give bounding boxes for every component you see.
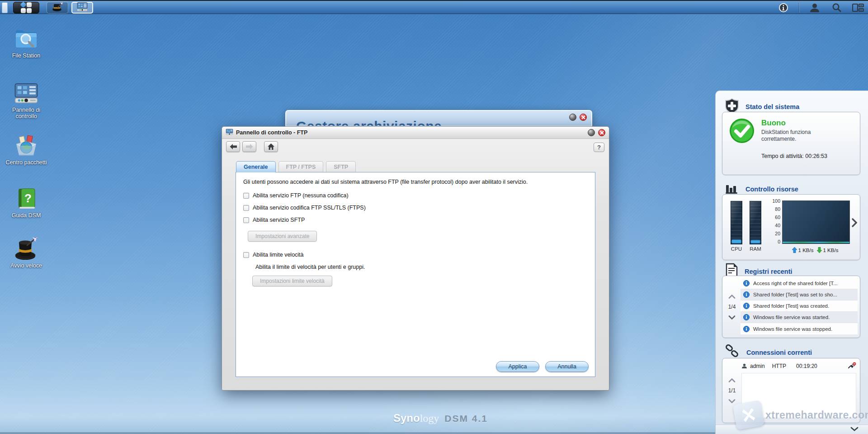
uptime-label: Tempo di attività: 00:26:53 xyxy=(761,153,855,159)
upload-speed: 1 KB/s xyxy=(798,248,814,253)
file-station-icon xyxy=(5,27,48,51)
log-row[interactable]: Windows file service was stopped. xyxy=(741,323,858,334)
checkbox-row-ftp: Abilita servizio FTP (nessuna codifica) xyxy=(243,192,588,199)
control-panel-icon xyxy=(76,2,88,14)
close-icon[interactable] xyxy=(580,114,587,121)
desktop-icon-quick-start[interactable]: Avvio veloce xyxy=(5,237,48,269)
window-toolbar xyxy=(222,139,609,152)
user-icon[interactable] xyxy=(808,2,821,13)
quick-start-icon xyxy=(52,2,63,14)
info-icon[interactable] xyxy=(777,2,790,13)
checkbox-label: Abilita servizio codifica FTP SSL/TLS (F… xyxy=(253,205,366,211)
home-button[interactable] xyxy=(264,141,278,152)
network-chart-axis: 10080 6040 200 xyxy=(766,198,780,244)
storage-manager-window[interactable]: Gestore archiviazione xyxy=(285,110,592,127)
connection-time: 00:19:20 xyxy=(796,363,817,369)
minimize-button[interactable] xyxy=(588,129,595,136)
enable-speed-limit-checkbox[interactable] xyxy=(243,252,249,258)
log-row[interactable]: Access right of the shared folder [T... xyxy=(741,278,858,289)
checkbox-row-ftps: Abilita servizio codifica FTP SSL/TLS (F… xyxy=(243,205,588,211)
desktop-icon-control-panel[interactable]: Pannello di controllo xyxy=(5,81,48,119)
cancel-button[interactable]: Annulla xyxy=(545,361,589,372)
desktop-icon-file-station[interactable]: File Station xyxy=(5,27,48,59)
logo-dsm-version: DSM 4.1 xyxy=(444,413,488,424)
main-menu-icon xyxy=(21,2,32,13)
enable-ftps-checkbox[interactable] xyxy=(243,205,249,211)
network-chart xyxy=(782,200,850,244)
control-panel-desktop-icon xyxy=(5,81,48,105)
enable-sftp-checkbox[interactable] xyxy=(243,217,249,223)
ftp-settings-panel: Gli utenti possono accedere ai dati sul … xyxy=(236,172,595,377)
forward-arrow-icon xyxy=(246,144,253,149)
watermark: xtremehardware.com xyxy=(735,402,868,428)
widget-title: Stato del sistema xyxy=(745,103,799,110)
storage-manager-title: Gestore archiviazione xyxy=(296,119,442,127)
window-titlebar[interactable]: Pannello di controllo - FTP xyxy=(222,127,609,139)
log-row[interactable]: Shared folder [Test] was set to sho... xyxy=(741,289,858,300)
log-text: Shared folder [Test] was created. xyxy=(753,303,829,309)
log-info-icon xyxy=(743,291,750,298)
desktop-icon-label: Avvio veloce xyxy=(5,262,48,269)
log-info-icon xyxy=(743,326,750,332)
show-desktop-button[interactable] xyxy=(2,2,8,13)
log-row[interactable]: Windows file service was started. xyxy=(741,312,858,323)
widget-title: Connessioni correnti xyxy=(746,349,812,356)
resource-monitor-box[interactable]: CPU RAM 10080 6040 200 1 KB/s 1 KB/s xyxy=(722,194,860,260)
connection-protocol: HTTP xyxy=(772,363,786,369)
log-list: Access right of the shared folder [T... … xyxy=(741,278,858,334)
window-title: Pannello di controllo - FTP xyxy=(236,129,307,136)
back-arrow-icon xyxy=(230,144,237,149)
tab-sftp[interactable]: SFTP xyxy=(326,161,356,172)
forward-button[interactable] xyxy=(242,141,256,152)
search-icon[interactable] xyxy=(830,2,843,13)
taskbar-app-control-panel[interactable] xyxy=(71,2,93,14)
minimize-button[interactable] xyxy=(569,114,576,121)
ftp-description: Gli utenti possono accedere ai dati sul … xyxy=(243,179,588,185)
page-up-icon[interactable] xyxy=(728,376,736,384)
connection-user-icon xyxy=(741,363,747,369)
desktop-icon-dsm-help[interactable]: ? Guida DSM xyxy=(5,187,48,219)
pilot-view-icon[interactable] xyxy=(852,2,864,13)
download-speed: 1 KB/s xyxy=(823,248,839,253)
quick-start-desktop-icon xyxy=(5,237,48,261)
cpu-gauge xyxy=(731,201,742,244)
enable-ftp-checkbox[interactable] xyxy=(243,193,249,199)
system-status-box: Buono DiskStation funziona correttamente… xyxy=(722,112,860,175)
taskbar-app-quick-start[interactable] xyxy=(47,2,68,14)
page-down-icon[interactable] xyxy=(728,313,736,321)
widget-panel: Stato del sistema Buono DiskStation funz… xyxy=(715,91,868,434)
log-text: Windows file service was started. xyxy=(753,315,830,320)
log-text: Windows file service was stopped. xyxy=(753,326,832,332)
taskbar-separator xyxy=(799,3,799,13)
disconnect-icon[interactable] xyxy=(848,362,856,370)
main-menu-button[interactable] xyxy=(13,2,39,14)
log-info-icon xyxy=(743,303,750,309)
help-button[interactable]: ? xyxy=(594,143,604,152)
checkbox-row-speed-limit: Abilita limite velocità xyxy=(243,252,588,258)
page-up-icon[interactable] xyxy=(728,292,736,300)
connection-user: admin xyxy=(750,363,765,369)
connection-row[interactable]: admin HTTP 00:19:20 xyxy=(741,362,856,370)
close-icon[interactable] xyxy=(598,129,605,136)
widget-title: Controllo risorse xyxy=(745,186,798,193)
checkbox-label: Abilita limite velocità xyxy=(253,252,304,258)
tab-ftp-ftps[interactable]: FTP / FTPS xyxy=(278,161,324,172)
desktop: File Station Pannello di controllo xyxy=(0,0,868,434)
cpu-label: CPU xyxy=(731,246,742,252)
control-panel-ftp-window: Pannello di controllo - FTP ? Generale F… xyxy=(222,126,609,391)
advanced-settings-button[interactable]: Impostazioni avanzate xyxy=(248,231,317,242)
tab-generale[interactable]: Generale xyxy=(236,161,276,172)
status-detail: DiskStation funziona correttamente. xyxy=(761,129,829,143)
apply-button[interactable]: Applica xyxy=(496,361,539,372)
back-button[interactable] xyxy=(226,141,240,152)
log-info-icon xyxy=(743,314,750,320)
desktop-icon-package-center[interactable]: Centro pacchetti xyxy=(5,134,48,166)
taskbar-right xyxy=(777,1,864,14)
speed-limit-settings-button[interactable]: Impostazioni limite velocità xyxy=(252,276,332,286)
watermark-x-logo xyxy=(733,400,765,430)
ram-label: RAM xyxy=(750,246,761,252)
log-row[interactable]: Shared folder [Test] was created. xyxy=(741,300,858,312)
resource-expand-icon[interactable] xyxy=(852,218,857,229)
recent-logs-box: 1/4 Access right of the shared folder [T… xyxy=(722,276,860,338)
connections-page-indicator: 1/1 xyxy=(728,387,736,394)
